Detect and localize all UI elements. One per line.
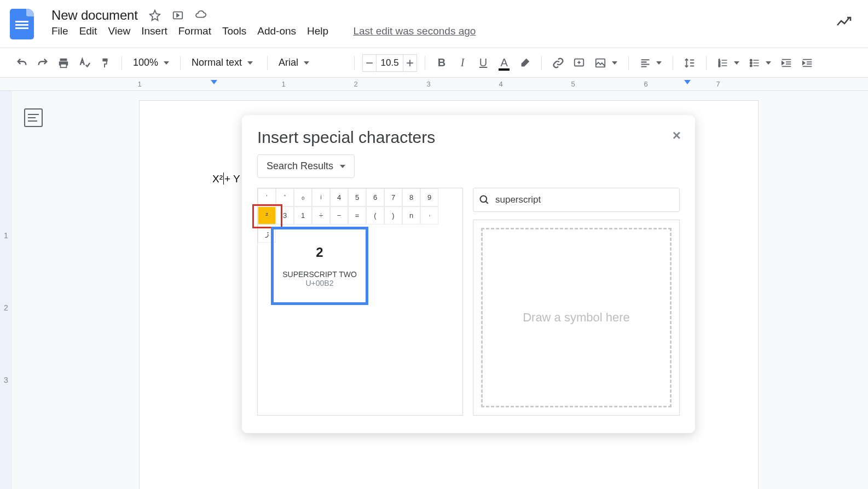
dialog-title: Insert special characters	[257, 128, 680, 147]
menu-format[interactable]: Format	[178, 25, 211, 37]
bulleted-list-button[interactable]	[746, 57, 774, 68]
tooltip-char: 2	[316, 245, 323, 260]
menu-insert[interactable]: Insert	[141, 25, 167, 37]
vertical-ruler[interactable]: 1 2 3	[4, 168, 8, 384]
char-cell[interactable]: ÷	[312, 206, 330, 225]
separator	[354, 56, 355, 70]
menu-help[interactable]: Help	[307, 25, 328, 37]
char-cell[interactable]: 9	[420, 188, 438, 206]
char-cell[interactable]: 8	[402, 188, 420, 206]
activity-icon[interactable]	[836, 16, 853, 27]
separator	[628, 56, 629, 70]
increase-indent-button[interactable]	[798, 54, 816, 72]
svg-point-10	[750, 62, 752, 64]
spellcheck-button[interactable]	[76, 54, 93, 72]
menu-tools[interactable]: Tools	[222, 25, 246, 37]
font-select[interactable]: Arial	[275, 57, 346, 68]
bold-button[interactable]: B	[433, 54, 450, 72]
font-size-decrease[interactable]: −	[362, 54, 377, 72]
separator	[706, 56, 707, 70]
print-button[interactable]	[55, 54, 72, 72]
font-size-value[interactable]: 10.5	[377, 54, 403, 72]
char-cell[interactable]: 6	[366, 188, 384, 206]
draw-hint-text: Draw a symbol here	[523, 310, 630, 325]
font-size-control: − 10.5 +	[362, 54, 417, 72]
char-cell[interactable]: ˂	[276, 188, 294, 206]
toolbar: 100% Normal text Arial − 10.5 + B I U A …	[0, 48, 868, 78]
char-cell[interactable]: 3	[276, 206, 294, 225]
draw-symbol-box[interactable]: Draw a symbol here	[473, 220, 680, 416]
left-indent-marker[interactable]	[211, 80, 217, 84]
separator	[541, 56, 542, 70]
char-cell[interactable]: ′	[258, 188, 276, 206]
char-cell[interactable]: )	[384, 206, 402, 225]
char-cell[interactable]: 7	[384, 188, 402, 206]
underline-button[interactable]: U	[474, 54, 492, 72]
menu-bar: File Edit View Insert Format Tools Add-o…	[51, 25, 858, 37]
horizontal-ruler[interactable]: 11234567	[0, 78, 868, 91]
move-icon[interactable]	[172, 9, 184, 21]
last-edit-link[interactable]: Last edit was seconds ago	[353, 25, 476, 37]
separator	[180, 56, 181, 70]
ruler-mark: 6	[644, 80, 647, 88]
separator	[673, 56, 673, 70]
ruler-mark: 5	[571, 80, 575, 88]
decrease-indent-button[interactable]	[778, 54, 795, 72]
title-row: New document	[51, 5, 858, 23]
char-cell[interactable]: ۥ	[420, 206, 438, 225]
comment-button[interactable]	[570, 54, 588, 72]
char-cell[interactable]: 4	[330, 188, 348, 206]
char-cell[interactable]: (	[366, 206, 384, 225]
cloud-status-icon[interactable]	[195, 9, 207, 21]
link-button[interactable]	[549, 54, 567, 72]
close-icon[interactable]: ×	[673, 127, 681, 144]
menu-file[interactable]: File	[51, 25, 68, 37]
svg-rect-1	[60, 58, 67, 61]
category-dropdown[interactable]: Search Results	[257, 154, 355, 178]
char-cell[interactable]: ²	[258, 206, 276, 225]
zoom-select[interactable]: 100%	[130, 57, 172, 68]
text-color-button[interactable]: A	[495, 54, 513, 72]
menu-view[interactable]: View	[108, 25, 130, 37]
ruler-mark: 1	[281, 80, 285, 88]
header-main: New document File Edit View Insert Forma…	[51, 5, 858, 37]
char-cell[interactable]: ₀	[294, 188, 312, 206]
ruler-mark: 2	[354, 80, 357, 88]
char-row: ²31÷−=()nۥ	[258, 206, 462, 225]
search-input[interactable]	[495, 194, 674, 205]
svg-text:3: 3	[719, 64, 720, 67]
search-box[interactable]	[473, 188, 680, 212]
char-cell[interactable]: i	[312, 188, 330, 206]
document-title[interactable]: New document	[51, 8, 138, 23]
italic-button[interactable]: I	[454, 54, 471, 72]
char-cell[interactable]: ڒ	[258, 225, 276, 243]
svg-point-11	[750, 65, 752, 66]
right-indent-marker[interactable]	[684, 80, 691, 84]
redo-button[interactable]	[34, 54, 51, 72]
menu-edit[interactable]: Edit	[79, 25, 97, 37]
char-cell[interactable]: 5	[348, 188, 366, 206]
undo-button[interactable]	[13, 54, 31, 72]
outline-toggle-icon[interactable]	[24, 108, 43, 127]
document-text[interactable]: X²+ Y	[212, 172, 240, 185]
svg-point-9	[750, 59, 752, 61]
paint-format-button[interactable]	[96, 54, 114, 72]
numbered-list-button[interactable]: 123	[714, 57, 743, 68]
style-select[interactable]: Normal text	[188, 57, 259, 68]
char-cell[interactable]: =	[348, 206, 366, 225]
ruler-mark: 4	[499, 80, 502, 88]
docs-app-icon[interactable]	[10, 9, 34, 39]
char-cell[interactable]: 1	[294, 206, 312, 225]
font-size-increase[interactable]: +	[403, 54, 417, 72]
svg-rect-3	[61, 64, 67, 67]
image-button[interactable]	[591, 57, 621, 69]
char-cell[interactable]: −	[330, 206, 348, 225]
align-button[interactable]	[636, 57, 665, 68]
menu-addons[interactable]: Add-ons	[257, 25, 296, 37]
char-cell[interactable]: n	[402, 206, 420, 225]
svg-point-12	[481, 196, 487, 203]
highlight-button[interactable]	[516, 54, 534, 72]
star-icon[interactable]	[149, 9, 161, 21]
search-panel: Draw a symbol here	[473, 188, 680, 416]
line-spacing-button[interactable]	[681, 54, 698, 72]
